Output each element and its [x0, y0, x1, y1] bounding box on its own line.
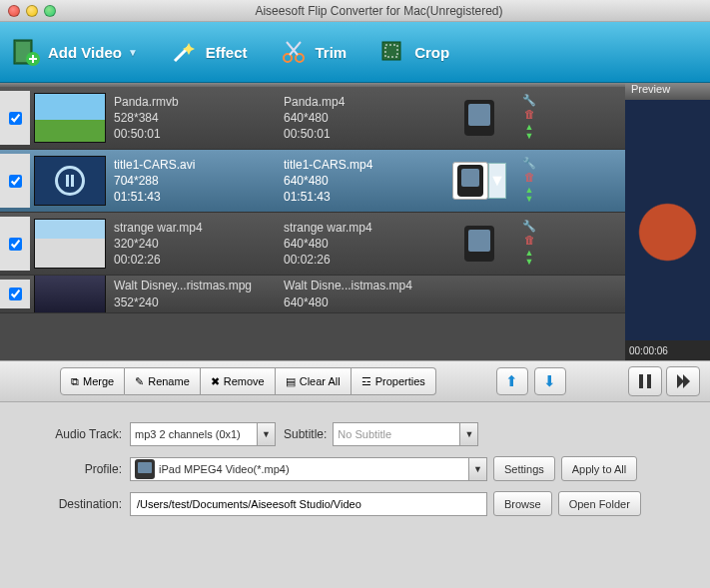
apply-all-label: Apply to All: [572, 463, 626, 475]
reorder-icon[interactable]: ▲▼: [525, 123, 534, 141]
src-filename: Walt Disney...ristmas.mpg: [114, 278, 284, 294]
window-controls: [8, 5, 56, 17]
clear-all-button[interactable]: ▤Clear All: [276, 367, 352, 395]
wrench-icon[interactable]: 🔧: [522, 221, 536, 232]
wrench-icon[interactable]: 🔧: [522, 95, 536, 106]
audio-track-select[interactable]: mp3 2 channels (0x1): [130, 422, 258, 446]
window-title: Aiseesoft Flip Converter for Mac(Unregis…: [56, 4, 702, 18]
src-filename: strange war.mp4: [114, 220, 284, 236]
out-duration: 00:02:26: [284, 252, 443, 268]
file-list: Panda.rmvb 528*384 00:50:01 Panda.mp4 64…: [0, 83, 625, 360]
profile-value: iPad MPEG4 Video(*.mp4): [159, 463, 290, 475]
subtitle-select[interactable]: No Subtitle: [333, 422, 460, 446]
file-row-selected[interactable]: title1-CARS.avi 704*288 01:51:43 title1-…: [0, 150, 625, 213]
info-icon: ☲: [361, 375, 371, 388]
preview-video[interactable]: [625, 100, 710, 340]
file-row[interactable]: Panda.rmvb 528*384 00:50:01 Panda.mp4 64…: [0, 87, 625, 150]
profile-select[interactable]: iPad MPEG4 Video(*.mp4): [130, 457, 469, 481]
subtitle-caret[interactable]: ▼: [460, 422, 478, 446]
device-icon[interactable]: [464, 226, 494, 262]
reorder-icon[interactable]: ▲▼: [525, 186, 534, 204]
crop-label: Crop: [414, 44, 449, 61]
row-checkbox[interactable]: [9, 175, 22, 188]
audio-track-caret[interactable]: ▼: [258, 422, 276, 446]
x-icon: ✖: [211, 375, 220, 388]
open-folder-label: Open Folder: [569, 498, 630, 510]
browse-label: Browse: [504, 498, 541, 510]
src-resolution: 352*240: [114, 294, 284, 310]
subtitle-value: No Subtitle: [338, 428, 391, 440]
output-info: strange war.mp4 640*480 00:02:26: [284, 220, 443, 269]
effect-button[interactable]: Effect: [168, 36, 248, 68]
close-window-button[interactable]: [8, 5, 20, 17]
add-video-button[interactable]: Add Video ▼: [10, 36, 138, 68]
src-filename: Panda.rmvb: [114, 94, 284, 110]
minimize-window-button[interactable]: [26, 5, 38, 17]
ipad-profile-icon: [135, 459, 155, 479]
open-folder-button[interactable]: Open Folder: [558, 491, 641, 516]
out-resolution: 640*480: [284, 173, 443, 189]
wand-icon: [168, 36, 200, 68]
reorder-icon[interactable]: ▲▼: [525, 249, 534, 267]
out-filename: strange war.mp4: [284, 220, 443, 236]
source-info: title1-CARS.avi 704*288 01:51:43: [114, 157, 284, 206]
out-filename: Walt Disne...istmas.mp4: [284, 278, 443, 294]
audio-track-value: mp3 2 channels (0x1): [135, 428, 241, 440]
row-checkbox[interactable]: [9, 112, 22, 125]
remove-button[interactable]: ✖Remove: [201, 367, 276, 395]
out-resolution: 640*480: [284, 294, 443, 310]
rename-label: Rename: [148, 375, 190, 387]
device-icon[interactable]: [464, 100, 494, 136]
source-info: strange war.mp4 320*240 00:02:26: [114, 220, 284, 269]
apply-to-all-button[interactable]: Apply to All: [561, 456, 637, 481]
thumbnail: [34, 276, 106, 313]
scissors-icon: [278, 36, 310, 68]
titlebar: Aiseesoft Flip Converter for Mac(Unregis…: [0, 0, 710, 22]
merge-button[interactable]: ⧉Merge: [60, 367, 125, 395]
clear-all-label: Clear All: [300, 375, 341, 387]
file-row[interactable]: Walt Disney...ristmas.mpg 352*240 Walt D…: [0, 276, 625, 313]
properties-button[interactable]: ☲Properties: [352, 367, 436, 395]
trim-button[interactable]: Trim: [278, 36, 348, 68]
browse-button[interactable]: Browse: [493, 491, 552, 516]
src-duration: 00:02:26: [114, 252, 284, 268]
clear-icon: ▤: [286, 375, 296, 388]
merge-label: Merge: [83, 375, 114, 387]
move-up-button[interactable]: ⬆: [496, 367, 528, 395]
move-down-button[interactable]: ⬇: [534, 367, 566, 395]
crop-button[interactable]: Crop: [376, 36, 449, 68]
device-dropdown-caret[interactable]: ▼: [488, 163, 506, 199]
thumbnail: [34, 156, 106, 206]
settings-label: Settings: [504, 463, 544, 475]
rename-button[interactable]: ✎Rename: [125, 367, 201, 395]
pause-button[interactable]: [628, 366, 662, 396]
source-info: Walt Disney...ristmas.mpg 352*240: [114, 278, 284, 309]
row-checkbox[interactable]: [9, 288, 22, 300]
destination-label: Destination:: [12, 497, 130, 511]
audio-track-label: Audio Track:: [12, 427, 130, 441]
trash-icon[interactable]: 🗑: [524, 172, 535, 183]
trash-icon[interactable]: 🗑: [524, 109, 535, 120]
row-checkbox[interactable]: [9, 238, 22, 251]
main-toolbar: Add Video ▼ Effect Trim Crop: [0, 22, 710, 83]
merge-icon: ⧉: [71, 375, 79, 388]
preview-pane: Preview 00:00:06: [625, 83, 710, 360]
src-resolution: 528*384: [114, 110, 284, 126]
next-button[interactable]: [666, 366, 700, 396]
svg-rect-8: [647, 374, 651, 388]
zoom-window-button[interactable]: [44, 5, 56, 17]
trash-icon[interactable]: 🗑: [524, 235, 535, 246]
add-video-label: Add Video: [48, 44, 122, 61]
settings-button[interactable]: Settings: [493, 456, 555, 481]
src-duration: 00:50:01: [114, 126, 284, 142]
profile-caret[interactable]: ▼: [469, 457, 487, 481]
wrench-icon[interactable]: 🔧: [522, 158, 536, 169]
file-row[interactable]: strange war.mp4 320*240 00:02:26 strange…: [0, 213, 625, 276]
destination-input[interactable]: [130, 492, 487, 516]
source-info: Panda.rmvb 528*384 00:50:01: [114, 94, 284, 143]
preview-header: Preview: [625, 83, 710, 100]
settings-form: Audio Track: mp3 2 channels (0x1) ▼ Subt…: [0, 402, 710, 546]
effect-label: Effect: [206, 44, 248, 61]
out-resolution: 640*480: [284, 236, 443, 252]
device-selector[interactable]: [452, 162, 488, 200]
